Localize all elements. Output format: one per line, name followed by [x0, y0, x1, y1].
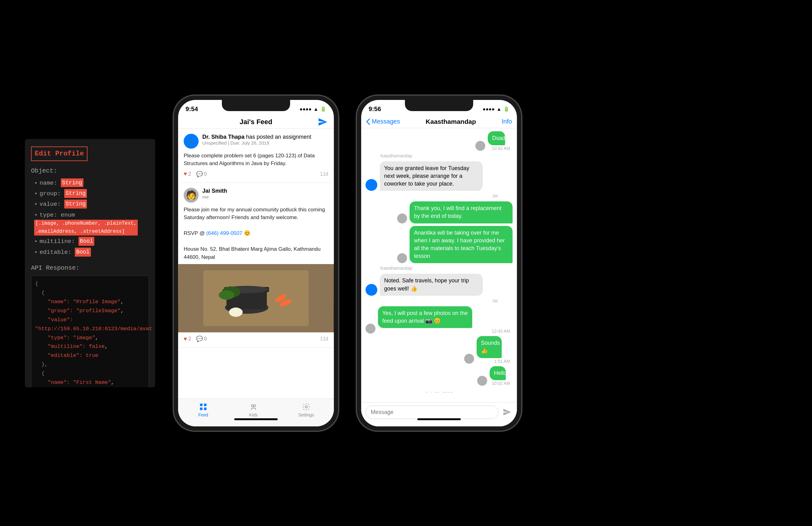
svg-point-16	[253, 405, 256, 407]
msg-row-dsada: Dsada 10:42 AM	[365, 131, 512, 151]
feed-title: Jai's Feed	[240, 118, 272, 126]
bubble-sounds: Sounds 👍	[477, 336, 502, 358]
feed-content: 👤 Dr. Shiba Thapa has posted an assignme…	[178, 129, 334, 406]
timestamp-dsada: 10:42 AM	[488, 146, 510, 151]
field-group: ▪ group: String	[34, 189, 149, 198]
nav-settings[interactable]: Settings	[298, 402, 314, 417]
sent-avatar-hello	[477, 376, 487, 386]
avatar-initial: 👤	[187, 138, 195, 145]
timestamp-hello: 10:02 AM	[490, 381, 510, 386]
post-actions-1: ♥ 2 💬 0	[184, 171, 207, 177]
nav-feed-label: Feed	[198, 412, 208, 417]
msg-status-icons: ●●●● ▲ 🔋	[483, 106, 510, 112]
messages-phone: 9:56 ●●●● ▲ 🔋 Messages Kaasthamandap Inf…	[357, 96, 521, 431]
comment-action-1[interactable]: 💬 0	[196, 171, 207, 177]
message-input-bar	[361, 402, 517, 426]
post-meta-1: Dr. Shiba Thapa has posted an assignment…	[202, 134, 328, 145]
post-time-2: 11d	[320, 336, 328, 342]
svg-point-15	[251, 405, 253, 407]
kids-nav-icon	[248, 402, 259, 411]
notch	[222, 100, 290, 111]
post-subtitle-1: Unspecified | Due: July 26, 2019	[202, 140, 328, 145]
messages-area: Dsada 10:42 AM Kaasthamandap You are gra…	[361, 128, 517, 393]
send-icon[interactable]	[318, 117, 328, 127]
food-visual	[178, 264, 334, 332]
like-action-2[interactable]: ♥ 2	[184, 336, 191, 342]
bubble-noted: Noted. Safe travels, hope your trip goes…	[380, 274, 483, 296]
message-input[interactable]	[365, 406, 498, 419]
post-author-1: Dr. Shiba Thapa has posted an assignment	[202, 134, 328, 140]
post-image-food	[178, 264, 334, 332]
msg-sender-kaastha-1: Kaasthamandap	[380, 153, 512, 158]
msg-sender-jai-1: Jai	[365, 193, 498, 198]
contact-name: Kaasthamandap	[426, 118, 476, 125]
sent-avatar-sounds	[464, 354, 474, 364]
msg-signal-icon: ●●●●	[483, 106, 495, 112]
svg-point-9	[219, 290, 234, 300]
heart-icon: ♥	[184, 171, 187, 177]
msg-notch	[405, 100, 473, 111]
phone-link[interactable]: (646) 499-0507	[206, 230, 242, 236]
comment-icon-2: 💬	[196, 336, 203, 342]
msg-row-sounds: Sounds 👍 1:51 AM	[365, 336, 512, 364]
back-chevron-icon	[366, 118, 371, 125]
comment-count-1: 0	[204, 171, 207, 177]
feed-nav-icon	[198, 402, 208, 411]
msg-sender-jai-2: Jai	[365, 298, 498, 303]
msg-row-leave: You are granted leave for Tuesday next w…	[365, 161, 512, 191]
bubble-dsada: Dsada	[488, 131, 505, 145]
sent-avatar-dsada	[475, 141, 485, 151]
svg-rect-11	[200, 403, 202, 406]
svg-rect-14	[204, 408, 206, 410]
home-indicator	[234, 418, 278, 420]
feed-phone-screen: 9:54 ●●●● ▲ 🔋 Jai's Feed	[178, 100, 334, 426]
messages-phone-screen: 9:56 ●●●● ▲ 🔋 Messages Kaasthamandap Inf…	[361, 100, 517, 426]
bubble-anantika: Anantika will be taking over for me when…	[409, 226, 512, 264]
wifi-icon: ▲	[314, 106, 318, 112]
timestamp-sounds: 1:51 AM	[477, 359, 510, 364]
sent-avatar-photos	[365, 324, 375, 333]
bubble-thankyou: Thank you, I will find a replacement by …	[409, 201, 512, 223]
comment-icon: 💬	[196, 171, 203, 177]
nav-kids[interactable]: Kids	[248, 402, 259, 417]
back-button[interactable]: Messages	[366, 118, 400, 125]
field-type: ▪ type: enum [.image, .phoneNumber, .pla…	[34, 210, 149, 236]
edit-profile-label: Edit Profile	[31, 146, 87, 161]
msg-row-anantika: Anantika will be taking over for me when…	[365, 226, 512, 264]
send-arrow-icon	[503, 408, 511, 416]
message-send-button[interactable]	[502, 407, 512, 418]
svg-point-17	[305, 406, 307, 408]
post-time-1: 11d	[320, 171, 328, 177]
comment-count-2: 0	[204, 336, 207, 342]
msg-wifi-icon: ▲	[496, 106, 502, 112]
field-multiline: ▪ multiline: Bool	[34, 237, 149, 246]
bubble-hello: Hello!	[490, 366, 506, 380]
post-subtitle-2: me	[202, 194, 328, 200]
field-name: ▪ name: String	[34, 179, 149, 188]
svg-point-10	[229, 308, 243, 317]
signal-icon: ●●●●	[300, 106, 312, 112]
code-object: ▪ name: String ▪ group: String ▪ value: …	[34, 179, 149, 257]
kaastha-avatar-1	[365, 179, 377, 191]
bottom-nav: Feed Kids Settings	[178, 398, 334, 426]
settings-nav-icon	[301, 402, 311, 411]
nav-kids-label: Kids	[249, 412, 258, 417]
post-card-2: 🧑 Jai Smith me Please join me for my ann…	[178, 183, 334, 348]
battery-icon: 🔋	[320, 106, 327, 112]
svg-rect-12	[204, 403, 206, 406]
heart-icon-2: ♥	[184, 336, 187, 342]
nav-feed[interactable]: Feed	[198, 402, 208, 417]
msg-row-hello: Hello! 10:02 AM	[365, 366, 512, 386]
status-icons: ●●●● ▲ 🔋	[300, 106, 327, 112]
date-divider: July 31, 2019	[365, 391, 512, 393]
feed-header: Jai's Feed	[178, 115, 334, 129]
post-footer-2: ♥ 2 💬 0 11d	[184, 336, 328, 342]
like-count-1: 2	[188, 171, 191, 177]
info-button[interactable]: Info	[502, 118, 512, 125]
post-header-2: 🧑 Jai Smith me	[184, 188, 328, 203]
like-action-1[interactable]: ♥ 2	[184, 171, 191, 177]
msg-row-thankyou: Thank you, I will find a replacement by …	[365, 201, 512, 223]
post-card-1: 👤 Dr. Shiba Thapa has posted an assignme…	[178, 129, 334, 183]
comment-action-2[interactable]: 💬 0	[196, 336, 207, 342]
post-body-2: Please join me for my annual community p…	[184, 206, 328, 261]
